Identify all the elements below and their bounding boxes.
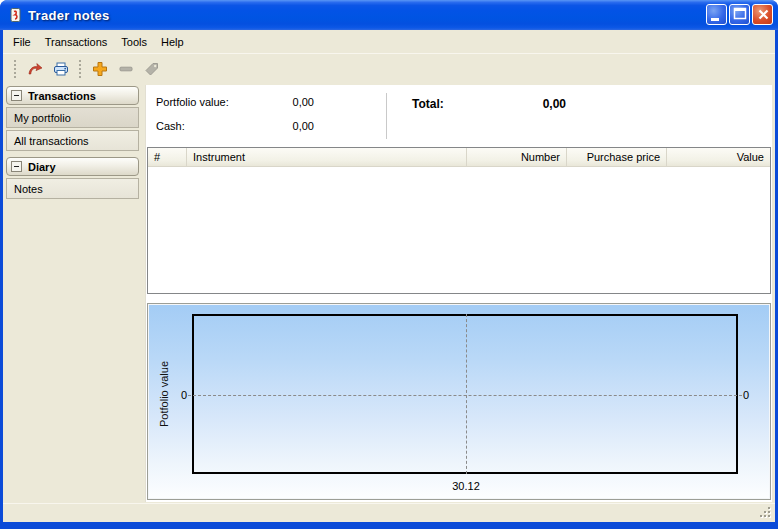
sidebar-group-label: Diary <box>28 161 56 173</box>
total-value: 0,00 <box>476 97 566 111</box>
portfolio-chart: Potfolio value 0 0 30.12 <box>147 303 771 500</box>
sidebar-group-transactions[interactable]: Transactions <box>6 86 139 105</box>
cash-value: 0,00 <box>246 120 314 132</box>
menu-help[interactable]: Help <box>154 30 191 53</box>
titlebar[interactable]: Trader notes <box>0 0 778 30</box>
column-header-number[interactable]: Number <box>467 148 567 166</box>
sidebar-item-my-portfolio[interactable]: My portfolio <box>6 107 139 128</box>
maximize-button[interactable] <box>729 4 750 25</box>
main-panel: Portfolio value: 0,00 Cash: 0,00 Total: … <box>145 85 772 502</box>
column-header-index[interactable]: # <box>148 148 187 166</box>
add-transaction-button[interactable] <box>87 56 113 82</box>
toolbar-gripper[interactable] <box>79 60 82 78</box>
sidebar-group-label: Transactions <box>28 90 96 102</box>
positions-table: # Instrument Number Purchase price Value <box>147 147 771 294</box>
column-header-instrument[interactable]: Instrument <box>187 148 467 166</box>
toolbar-gripper[interactable] <box>14 60 17 78</box>
collapse-minus-icon[interactable] <box>11 161 22 172</box>
edit-tag-icon <box>143 60 161 78</box>
toolbar <box>3 53 775 84</box>
close-icon <box>753 4 772 25</box>
remove-icon <box>117 60 135 78</box>
close-button[interactable] <box>752 4 773 25</box>
client-area: File Transactions Tools Help <box>3 30 775 522</box>
portfolio-value-label: Portfolio value: <box>156 96 229 108</box>
menu-file[interactable]: File <box>6 30 38 53</box>
print-icon <box>52 60 70 78</box>
remove-transaction-button[interactable] <box>113 56 139 82</box>
resize-grip[interactable] <box>760 507 772 519</box>
menu-transactions[interactable]: Transactions <box>38 30 115 53</box>
chart-plot-area <box>192 314 738 474</box>
chart-y-axis-label: Potfolio value <box>156 314 172 474</box>
cash-label: Cash: <box>156 120 185 132</box>
collapse-minus-icon[interactable] <box>11 90 22 101</box>
redo-arrow-icon <box>26 60 44 78</box>
column-header-purchase-price[interactable]: Purchase price <box>567 148 667 166</box>
sidebar-item-notes[interactable]: Notes <box>6 178 139 199</box>
chart-zero-gridline <box>188 395 742 396</box>
summary-divider <box>386 93 387 139</box>
sidebar-item-label: Notes <box>14 183 43 195</box>
minimize-icon <box>707 4 726 25</box>
chart-y-tick-right: 0 <box>743 389 758 401</box>
sidebar-item-label: All transactions <box>14 135 89 147</box>
chart-date-gridline <box>466 314 467 474</box>
portfolio-summary: Portfolio value: 0,00 Cash: 0,00 Total: … <box>146 85 772 147</box>
print-button[interactable] <box>48 56 74 82</box>
total-label: Total: <box>412 97 444 111</box>
portfolio-value: 0,00 <box>246 96 314 108</box>
table-body <box>148 167 770 293</box>
application-window: Trader notes File Transactions <box>0 0 778 529</box>
table-header-row: # Instrument Number Purchase price Value <box>148 148 770 167</box>
minimize-button[interactable] <box>706 4 727 25</box>
maximize-icon <box>730 4 749 25</box>
export-button[interactable] <box>22 56 48 82</box>
sidebar-item-label: My portfolio <box>14 112 71 124</box>
column-header-value[interactable]: Value <box>667 148 770 166</box>
sidebar-item-all-transactions[interactable]: All transactions <box>6 130 139 151</box>
sidebar: Transactions My portfolio All transactio… <box>6 86 139 201</box>
menu-tools[interactable]: Tools <box>114 30 154 53</box>
statusbar <box>3 503 775 522</box>
notebook-icon <box>7 7 23 23</box>
add-icon <box>91 60 109 78</box>
window-title: Trader notes <box>28 8 110 23</box>
edit-transaction-button[interactable] <box>139 56 165 82</box>
menubar: File Transactions Tools Help <box>3 30 775 53</box>
chart-x-tick: 30.12 <box>436 480 496 492</box>
chart-y-tick-left: 0 <box>172 389 187 401</box>
sidebar-group-diary[interactable]: Diary <box>6 157 139 176</box>
